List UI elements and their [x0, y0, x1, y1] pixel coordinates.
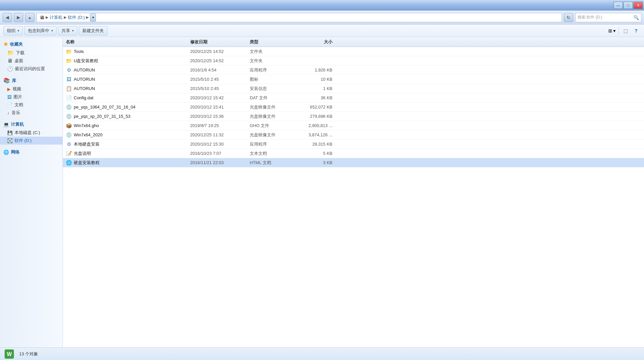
folder-icon: 🖥 — [7, 58, 13, 64]
minimize-button[interactable]: — — [614, 2, 623, 9]
table-row[interactable]: 📁 Tools 2020/12/25 14:52 文件夹 — [63, 47, 644, 56]
col-header-size[interactable]: 大小 — [296, 39, 339, 45]
table-row[interactable]: 📁 U盘安装教程 2020/12/25 14:52 文件夹 — [63, 56, 644, 66]
file-date: 2016/1/8 4:54 — [190, 68, 250, 72]
file-date: 2020/10/12 15:30 — [190, 142, 250, 147]
sidebar-item-desktop[interactable]: 🖥 桌面 — [0, 57, 63, 65]
file-size: 10 KB — [296, 77, 339, 82]
file-date: 2020/10/12 15:42 — [190, 95, 250, 100]
table-row[interactable]: 💿 Win7x64_2020 2020/12/25 11:32 光盘映像文件 3… — [63, 130, 644, 140]
sidebar-item-music[interactable]: ♪ 音乐 — [0, 109, 63, 117]
forward-button[interactable]: ▶ — [14, 13, 23, 22]
search-bar[interactable]: 搜索 软件 (D:) 🔍 — [575, 13, 641, 22]
sidebar-section-network: 🌐 网络 — [0, 148, 63, 157]
table-row[interactable]: 🌐 硬盘安装教程 2016/11/21 22:03 HTML 文档 3 KB — [63, 158, 644, 167]
file-type: 光盘映像文件 — [250, 113, 296, 119]
file-type-icon: 📁 — [66, 58, 72, 64]
refresh-button[interactable]: ↻ — [564, 13, 573, 22]
table-row[interactable]: 🖼 AUTORUN 2015/5/10 2:45 图标 10 KB — [63, 75, 644, 84]
star-icon: ★ — [3, 41, 8, 47]
main-layout: ★ 收藏夹 📁 下载 🖥 桌面 🕐 最近访问的位置 📚 库 — [0, 37, 644, 347]
image-icon: 🖼 — [7, 95, 12, 100]
sidebar-item-video-label: 视频 — [13, 86, 21, 92]
file-type: 文本文档 — [250, 151, 296, 157]
status-object-count: 13 个对象 — [19, 351, 38, 357]
sidebar-library-header[interactable]: 📚 库 — [0, 76, 63, 85]
table-row[interactable]: ⚙ AUTORUN 2016/1/8 4:54 应用程序 1,926 KB — [63, 66, 644, 75]
file-name-text: 硬盘安装教程 — [74, 160, 100, 166]
sidebar-item-recent[interactable]: 🕐 最近访问的位置 — [0, 65, 63, 73]
file-name-text: pe_yqs_xp_20_07_31_15_53 — [74, 114, 130, 119]
sidebar-item-drive-c[interactable]: 💾 本地磁盘 (C:) — [0, 129, 63, 137]
breadcrumb-arrow: ▶ — [46, 15, 48, 20]
col-header-date[interactable]: 修改日期 — [190, 39, 250, 45]
file-size: 5 KB — [296, 151, 339, 156]
add-to-library-dropdown-arrow: ▾ — [51, 29, 53, 32]
up-button[interactable]: ▲ — [25, 13, 34, 22]
new-folder-label: 新建文件夹 — [82, 28, 104, 34]
file-type-icon: 💿 — [66, 113, 72, 119]
file-date: 2020/12/25 11:32 — [190, 132, 250, 137]
table-row[interactable]: 📝 光盘说明 2016/10/23 7:07 文本文档 5 KB — [63, 149, 644, 158]
sidebar-item-music-label: 音乐 — [12, 110, 20, 116]
file-size: 652,072 KB — [296, 105, 339, 110]
file-name-text: 本地硬盘安装 — [74, 141, 100, 147]
sidebar-favorites-header[interactable]: ★ 收藏夹 — [0, 40, 63, 49]
file-name: 🖼 AUTORUN — [64, 76, 190, 82]
file-type: 应用程序 — [250, 67, 296, 73]
sidebar-item-doc[interactable]: 📄 文档 — [0, 101, 63, 109]
col-header-type[interactable]: 类型 — [250, 39, 296, 45]
breadcrumb-dropdown[interactable]: ▾ — [90, 14, 96, 22]
file-date: 2016/10/23 7:07 — [190, 151, 250, 156]
sidebar-computer-header[interactable]: 💻 计算机 — [0, 120, 63, 129]
library-label: 库 — [12, 78, 16, 84]
file-name: 📁 Tools — [64, 49, 190, 55]
organize-dropdown-arrow: ▾ — [18, 29, 19, 32]
music-icon: ♪ — [7, 111, 10, 115]
file-size: 279,696 KB — [296, 114, 339, 119]
sidebar-item-recent-label: 最近访问的位置 — [15, 66, 45, 72]
file-name-text: Win7x64_2020 — [74, 132, 103, 137]
view-toggle-button[interactable]: ⊞ ▾ — [607, 26, 617, 35]
preview-pane-button[interactable]: ⬚ — [621, 26, 630, 35]
file-date: 2016/11/21 22:03 — [190, 160, 250, 165]
file-date: 2015/5/10 2:45 — [190, 77, 250, 82]
status-bar: W 13 个对象 — [0, 347, 644, 360]
col-header-name[interactable]: 名称 — [64, 39, 190, 45]
file-size: 3 KB — [296, 160, 339, 165]
back-button[interactable]: ◀ — [3, 13, 12, 22]
table-row[interactable]: 💿 pe_yqs_1064_20_07_31_16_04 2020/10/12 … — [63, 103, 644, 112]
table-row[interactable]: 📋 AUTORUN 2015/5/10 2:45 安装信息 1 KB — [63, 84, 644, 93]
breadcrumb-drive[interactable]: 软件 (D:) — [68, 15, 85, 21]
sidebar-item-download[interactable]: 📁 下载 — [0, 49, 63, 57]
sidebar-section-computer: 💻 计算机 💾 本地磁盘 (C:) 💽 软件 (D:) — [0, 120, 63, 145]
file-name-text: AUTORUN — [74, 68, 95, 72]
table-row[interactable]: ⚙ 本地硬盘安装 2020/10/12 15:30 应用程序 28,315 KB — [63, 140, 644, 149]
breadcrumb-computer[interactable]: 计算机 — [50, 15, 63, 21]
file-size: 2,900,813 ... — [296, 123, 339, 128]
file-date: 2020/10/12 15:41 — [190, 105, 250, 110]
help-button[interactable]: ? — [631, 26, 641, 35]
organize-button[interactable]: 组织 ▾ — [3, 26, 23, 35]
file-list: 📁 Tools 2020/12/25 14:52 文件夹 📁 U盘安装教程 20… — [63, 47, 644, 347]
new-folder-button[interactable]: 新建文件夹 — [79, 26, 107, 35]
share-label: 共享 — [62, 28, 70, 34]
sidebar: ★ 收藏夹 📁 下载 🖥 桌面 🕐 最近访问的位置 📚 库 — [0, 37, 63, 347]
file-type: 光盘映像文件 — [250, 132, 296, 138]
sidebar-network-header[interactable]: 🌐 网络 — [0, 148, 63, 157]
sidebar-item-drive-d[interactable]: 💽 软件 (D:) — [0, 137, 63, 145]
table-row[interactable]: 💿 pe_yqs_xp_20_07_31_15_53 2020/10/12 15… — [63, 112, 644, 121]
sidebar-item-video[interactable]: ▶ 视频 — [0, 85, 63, 93]
file-type: 应用程序 — [250, 141, 296, 147]
search-icon: 🔍 — [633, 15, 639, 20]
close-button[interactable]: ✕ — [633, 2, 643, 9]
table-row[interactable]: 📦 Win7x64.gho 2019/9/7 19:25 GHO 文件 2,90… — [63, 121, 644, 130]
share-button[interactable]: 共享 ▾ — [58, 26, 77, 35]
maximize-button[interactable]: □ — [623, 2, 633, 9]
file-date: 2020/12/25 14:52 — [190, 58, 250, 63]
table-row[interactable]: 📄 Config.dat 2020/10/12 15:42 DAT 文件 36 … — [63, 93, 644, 103]
file-list-header: 名称 修改日期 类型 大小 — [63, 37, 644, 47]
network-icon: 🌐 — [3, 150, 9, 155]
add-to-library-button[interactable]: 包含到库中 ▾ — [24, 26, 57, 35]
sidebar-item-image[interactable]: 🖼 图片 — [0, 93, 63, 101]
